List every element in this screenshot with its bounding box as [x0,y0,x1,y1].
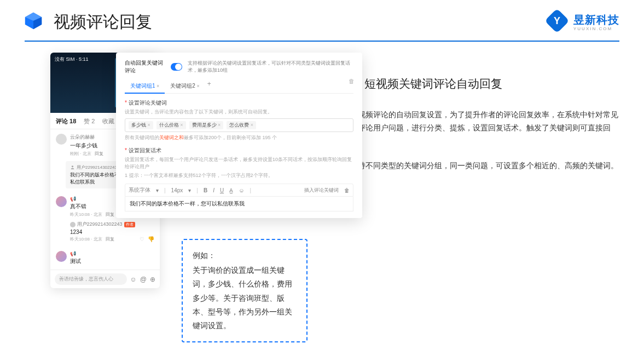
example-body: 关于询价的设置成一组关键词，多少钱、什么价格，费用多少等。关于咨询班型、版本、型… [193,264,297,333]
title-wrap: 视频评论回复 [23,10,152,33]
comment-text: 测试 [70,258,154,265]
keyword-count-hint: 所有关键词组的关键词之和最多可添加200个，目前剩余可添加 195 个 [125,134,353,141]
keyword-tags-input[interactable]: 多少钱 什么价格 费用是多少 怎么收费 [125,118,353,132]
avatar [56,251,67,262]
keyword-tag[interactable]: 费用是多少 [189,121,224,129]
keyword-group-tab-2[interactable]: 关键词组2 [165,80,205,92]
keywords-section-hint: 设置关键词，当评论里内容包含了以下关键词，则系统可自动回复。 [125,108,353,116]
reply-section-label: 设置回复话术 [125,147,353,155]
font-size-select[interactable]: 14px [171,187,183,193]
keyword-tag[interactable]: 怎么收费 [227,121,256,129]
font-family-select[interactable]: 系统字体 [129,186,150,194]
bullet-point: ◆ 支持不同类型的关键词分组，同一类问题，可设置多个相近的、高频的关键词。 [340,159,619,173]
keyword-settings-panel: 自动回复关键词评论 支持根据评论的关键词设置回复话术，可以针对不同类型关键词设置… [116,53,362,218]
comment-text: 1234 [70,229,154,235]
description-column: 短视频关键词评论自动回复 ◆ 短视频评论的自动回复设置，为了提升作者的评论回复效… [340,53,619,185]
reply-section-hint: 设置回复话术，每回复一个用户评论只发送一条话术，最多支持设置10条不同话术，按添… [125,156,353,170]
reply-link[interactable]: 回复 [106,211,114,218]
reply-link[interactable]: 回复 [95,151,103,157]
comment-item: 📢 测试 [50,247,160,270]
bold-button[interactable]: B [204,187,207,193]
page-title: 视频评论回复 [54,11,152,33]
gift-icon[interactable]: ⊕ [150,276,155,283]
cube-icon [23,10,44,33]
page-header: 视频评论回复 Y 昱新科技 YUUXIN.COM [0,0,644,34]
example-callout: 例如： 关于询价的设置成一组关键词，多少钱、什么价格，费用多少等。关于咨询班型、… [182,239,308,342]
auto-reply-label: 自动回复关键词评论 [125,59,165,75]
keywords-section-label: 设置评论关键词 [125,99,353,107]
section-subtitle: 短视频关键词评论自动回复 [364,76,502,91]
example-title: 例如： [193,249,297,262]
keyword-tag[interactable]: 多少钱 [129,121,153,129]
reply-username: 用户2299214302243作者 [70,221,154,228]
emoji-button[interactable]: ☺ [239,187,244,193]
reply-textarea[interactable]: 我们不同的版本价格不一样，您可以私信联系我 [125,197,353,211]
avatar [56,196,67,207]
reply-section-tip: 1 提示：一个富文本框最多支持512个字符，一个汉字占用2个字符。 [125,172,353,179]
svg-text:Y: Y [554,15,560,26]
add-group-button[interactable]: + [207,80,211,92]
auto-reply-toggle[interactable] [171,63,182,71]
text-color-button[interactable]: A̲ [229,187,233,193]
avatar [56,134,67,145]
emoji-icon[interactable]: ☺ [130,276,137,283]
tab-favorites[interactable]: 收藏 [102,117,114,125]
italic-button[interactable]: I [213,187,214,193]
comment-input[interactable]: 善语结善缘，恶言伤人心 [55,273,127,285]
logo-icon: Y [546,10,568,34]
auto-reply-desc: 支持根据评论的关键词设置回复话术，可以针对不同类型关键词设置回复话术，最多添加1… [188,60,353,74]
brand-logo: Y 昱新科技 YUUXIN.COM [546,10,619,34]
bullet-point: ◆ 短视频评论的自动回复设置，为了提升作者的评论回复效率，在系统中针对常见的评论… [340,108,619,147]
keyword-group-tab-1[interactable]: 关键词组1 [125,80,165,94]
delete-icon[interactable]: 🗑 [344,187,350,193]
comment-input-bar: 善语结善缘，恶言伤人心 ☺ @ ⊕ [50,270,160,288]
logo-subtext: YUUXIN.COM [573,26,619,31]
keyword-tag[interactable]: 什么价格 [156,121,186,129]
trash-icon[interactable]: 🗑 [349,78,355,84]
editor-toolbar: 系统字体▾ | 14px▾ | B I U A̲ ☺ | 插入评论关键词 🗑 [125,184,353,197]
bullet-text: 短视频评论的自动回复设置，为了提升作者的评论回复效率，在系统中针对常见的评论用户… [350,108,619,147]
illustration-column: 自动回复关键词评论 支持根据评论的关键词设置回复话术，可以针对不同类型关键词设置… [50,53,324,185]
at-icon[interactable]: @ [140,276,147,283]
tab-likes[interactable]: 赞 2 [84,117,95,125]
bullet-text: 支持不同类型的关键词分组，同一类问题，可设置多个相近的、高频的关键词。 [350,159,619,173]
underline-button[interactable]: U [220,187,224,193]
tab-comments[interactable]: 评论 18 [56,117,76,125]
insert-keyword-button[interactable]: 插入评论关键词 [304,187,339,194]
logo-text: 昱新科技 [573,13,619,27]
